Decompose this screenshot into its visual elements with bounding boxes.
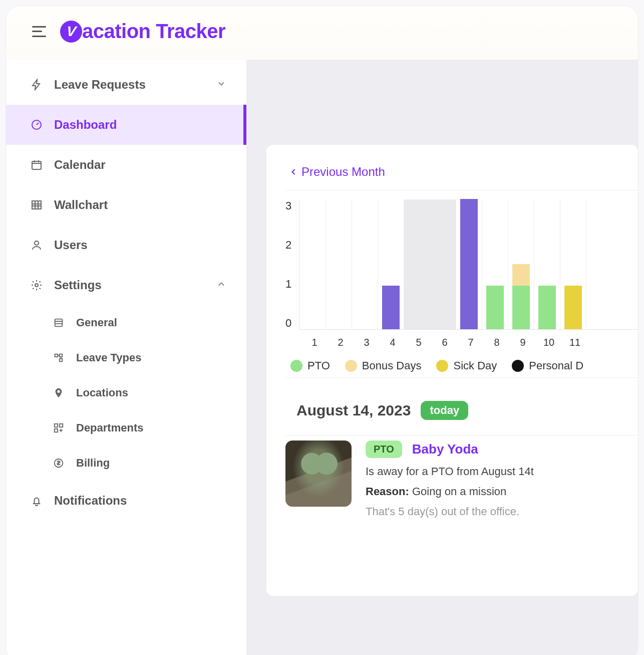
legend-swatch-icon bbox=[345, 360, 357, 372]
legend-item[interactable]: Sick Day bbox=[436, 359, 497, 372]
chart-x-axis: 1234567891011 bbox=[301, 330, 638, 348]
sidebar-item-label: Leave Types bbox=[76, 351, 141, 364]
svg-rect-9 bbox=[55, 424, 58, 427]
chart-legend: PTOBonus DaysSick DayPersonal D bbox=[285, 348, 638, 377]
calendar-icon bbox=[30, 158, 43, 171]
sidebar-item-label: Locations bbox=[76, 386, 128, 399]
svg-rect-6 bbox=[55, 354, 58, 357]
sidebar-item-billing[interactable]: Billing bbox=[6, 446, 246, 481]
reason-text: Going on a mission bbox=[412, 485, 506, 498]
sidebar-item-users[interactable]: Users bbox=[6, 225, 246, 265]
chart-column bbox=[300, 199, 326, 329]
leave-chart: 3210 bbox=[285, 190, 638, 330]
svg-rect-8 bbox=[60, 359, 63, 362]
chart-plot-area bbox=[299, 199, 638, 330]
y-tick: 3 bbox=[285, 199, 291, 212]
app-title: acation Tracker bbox=[82, 20, 225, 43]
x-tick: 11 bbox=[562, 330, 588, 348]
x-tick: 2 bbox=[328, 330, 354, 348]
legend-item[interactable]: Bonus Days bbox=[345, 359, 422, 372]
chart-bar-segment bbox=[564, 286, 582, 329]
hierarchy-icon bbox=[52, 351, 65, 364]
pin-icon bbox=[52, 386, 65, 399]
chart-column bbox=[482, 199, 508, 329]
x-tick: 7 bbox=[458, 330, 484, 348]
chart-bar-segment bbox=[512, 264, 530, 286]
chart-bar-segment bbox=[486, 286, 504, 329]
legend-label: PTO bbox=[307, 359, 330, 372]
chevron-left-icon bbox=[288, 167, 298, 177]
svg-point-4 bbox=[35, 284, 38, 287]
sidebar-item-notifications[interactable]: Notifications bbox=[6, 481, 246, 521]
legend-swatch-icon bbox=[290, 360, 302, 372]
app-logo[interactable]: acation Tracker bbox=[60, 20, 225, 43]
user-icon bbox=[30, 239, 43, 252]
sidebar-item-label: Dashboard bbox=[54, 118, 117, 132]
svg-rect-2 bbox=[32, 201, 41, 209]
previous-month-link[interactable]: Previous Month bbox=[285, 165, 638, 190]
sidebar-item-label: Settings bbox=[54, 278, 102, 292]
sidebar-item-settings[interactable]: Settings bbox=[6, 265, 246, 305]
leave-entry: PTO Baby Yoda Is away for a PTO from Aug… bbox=[285, 435, 638, 518]
chevron-up-icon bbox=[216, 278, 226, 292]
legend-item[interactable]: PTO bbox=[290, 359, 330, 372]
svg-rect-7 bbox=[60, 354, 63, 357]
sliders-icon bbox=[52, 316, 65, 329]
svg-point-3 bbox=[35, 241, 39, 245]
bolt-icon bbox=[30, 78, 43, 91]
x-tick: 1 bbox=[301, 330, 328, 348]
chart-column bbox=[326, 199, 352, 329]
chart-column bbox=[560, 199, 586, 329]
sidebar-item-label: Departments bbox=[76, 421, 143, 434]
sidebar-item-leave-requests[interactable]: Leave Requests bbox=[6, 65, 246, 105]
chart-column bbox=[378, 199, 404, 329]
summary-line: That's 5 day(s) out of the office. bbox=[366, 505, 534, 518]
topbar: acation Tracker bbox=[6, 6, 638, 60]
chart-column bbox=[404, 199, 430, 329]
y-tick: 0 bbox=[285, 317, 291, 330]
sidebar-item-departments[interactable]: Departments bbox=[6, 410, 246, 446]
chart-bar-segment bbox=[538, 286, 556, 329]
sidebar-item-locations[interactable]: Locations bbox=[6, 375, 246, 410]
svg-rect-11 bbox=[55, 429, 58, 432]
sidebar-item-label: Billing bbox=[76, 457, 110, 470]
menu-toggle-icon[interactable] bbox=[32, 26, 46, 37]
x-tick: 6 bbox=[432, 330, 458, 348]
chart-bar-segment bbox=[512, 286, 530, 329]
sidebar-item-general[interactable]: General bbox=[6, 305, 246, 340]
legend-label: Bonus Days bbox=[362, 359, 422, 372]
legend-label: Sick Day bbox=[453, 359, 497, 372]
x-tick: 3 bbox=[354, 330, 380, 348]
chart-column bbox=[456, 199, 482, 329]
sidebar-item-label: Users bbox=[54, 238, 88, 252]
x-tick: 8 bbox=[484, 330, 510, 348]
person-name-link[interactable]: Baby Yoda bbox=[412, 442, 478, 457]
chart-bar-segment bbox=[460, 199, 478, 329]
sidebar-item-calendar[interactable]: Calendar bbox=[6, 145, 246, 185]
svg-rect-10 bbox=[60, 424, 63, 427]
chart-column bbox=[430, 199, 456, 329]
chart-y-axis: 3210 bbox=[285, 199, 299, 330]
sidebar-item-dashboard[interactable]: Dashboard bbox=[6, 105, 246, 145]
logo-mark-icon bbox=[60, 21, 82, 43]
chart-column bbox=[534, 199, 560, 329]
legend-label: Personal D bbox=[529, 359, 583, 372]
legend-swatch-icon bbox=[436, 360, 448, 372]
avatar bbox=[285, 441, 352, 507]
chart-column bbox=[352, 199, 378, 329]
svg-rect-5 bbox=[55, 319, 63, 327]
chart-bar-segment bbox=[382, 286, 400, 329]
reason-label: Reason: bbox=[366, 485, 409, 498]
sidebar-item-wallchart[interactable]: Wallchart bbox=[6, 185, 246, 225]
grid-icon bbox=[30, 198, 43, 211]
dollar-icon bbox=[52, 457, 65, 470]
today-badge: today bbox=[421, 401, 468, 420]
legend-item[interactable]: Personal D bbox=[512, 359, 583, 372]
sidebar-item-leave-types[interactable]: Leave Types bbox=[6, 340, 246, 375]
sidebar: Leave Requests Dashboard Calendar bbox=[6, 60, 246, 655]
gauge-icon bbox=[30, 118, 43, 131]
y-tick: 2 bbox=[285, 239, 291, 252]
dashboard-card: Previous Month 3210 1234567891011 PTOBon… bbox=[266, 145, 638, 596]
legend-swatch-icon bbox=[512, 360, 524, 372]
date-heading-row: August 14, 2023 today bbox=[285, 378, 638, 435]
